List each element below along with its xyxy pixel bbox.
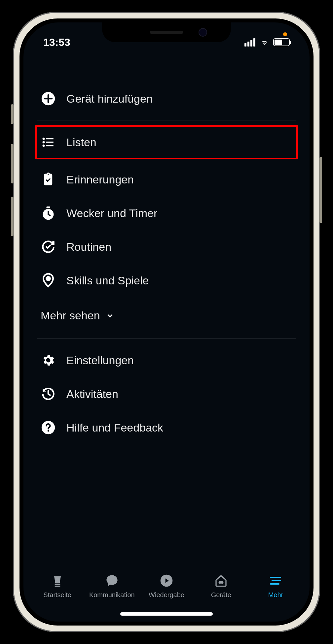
gear-icon xyxy=(41,353,56,368)
status-right xyxy=(244,38,290,47)
menu-item-skills-games[interactable]: Skills und Spiele xyxy=(37,264,296,297)
menu-label: Erinnerungen xyxy=(66,173,134,186)
menu-label: Listen xyxy=(66,136,96,149)
menu-label: Skills und Spiele xyxy=(66,274,149,287)
front-camera xyxy=(199,28,207,37)
house-devices-icon xyxy=(214,573,228,588)
menu-label: Hilfe und Feedback xyxy=(66,421,163,434)
menu-item-alarms-timers[interactable]: Wecker und Timer xyxy=(37,196,296,230)
cellular-signal-icon xyxy=(244,38,255,47)
nav-label: Wiedergabe xyxy=(149,591,184,599)
plus-circle-icon xyxy=(41,91,56,106)
app-screen: 13:53 Gerät hinzufügen xyxy=(23,22,310,622)
nav-devices[interactable]: Geräte xyxy=(194,573,248,599)
svg-rect-12 xyxy=(55,584,60,585)
svg-point-16 xyxy=(221,582,223,583)
menu-label: Aktivitäten xyxy=(66,388,118,401)
nav-home[interactable]: Startseite xyxy=(30,573,85,599)
power-button xyxy=(319,157,322,223)
menu-label: Wecker und Timer xyxy=(66,207,157,220)
volume-down-button xyxy=(11,197,14,236)
more-lines-icon xyxy=(268,573,283,588)
clipboard-check-icon xyxy=(41,172,56,187)
menu-label: Routinen xyxy=(66,241,111,253)
phone-body: 13:53 Gerät hinzufügen xyxy=(19,18,314,626)
divider xyxy=(37,120,296,120)
location-star-icon xyxy=(41,273,56,288)
silence-switch xyxy=(11,104,14,124)
help-circle-icon xyxy=(41,420,56,435)
svg-rect-7 xyxy=(47,207,50,209)
nav-playback[interactable]: Wiedergabe xyxy=(139,573,194,599)
menu-item-help-feedback[interactable]: Hilfe und Feedback xyxy=(37,411,296,444)
home-echo-icon xyxy=(50,573,65,588)
menu-item-reminders[interactable]: Erinnerungen xyxy=(37,163,296,196)
chat-bubble-icon xyxy=(105,573,119,588)
list-icon xyxy=(41,135,56,150)
svg-point-15 xyxy=(219,582,221,583)
svg-rect-13 xyxy=(55,586,60,587)
history-icon xyxy=(41,386,56,402)
see-more-link[interactable]: Mehr sehen xyxy=(37,297,296,334)
menu-item-routines[interactable]: Routinen xyxy=(37,230,296,264)
notch xyxy=(102,22,231,42)
menu-item-add-device[interactable]: Gerät hinzufügen xyxy=(37,82,296,115)
menu-label: Gerät hinzufügen xyxy=(66,92,153,105)
volume-up-button xyxy=(11,144,14,183)
svg-point-9 xyxy=(47,277,50,280)
more-menu-content: Gerät hinzufügen Listen Erinnerungen xyxy=(23,52,310,565)
nav-communication[interactable]: Kommunikation xyxy=(85,573,139,599)
speaker xyxy=(150,31,183,34)
nav-more[interactable]: Mehr xyxy=(248,573,303,599)
divider xyxy=(37,338,296,339)
routine-cycle-icon xyxy=(41,239,56,254)
play-circle-icon xyxy=(159,573,174,588)
svg-point-1 xyxy=(43,138,44,140)
battery-icon xyxy=(273,38,290,46)
menu-label: Einstellungen xyxy=(66,354,134,367)
menu-item-settings[interactable]: Einstellungen xyxy=(37,343,296,377)
menu-item-lists[interactable]: Listen xyxy=(35,125,298,159)
phone-frame: 13:53 Gerät hinzufügen xyxy=(13,12,320,632)
nav-label: Mehr xyxy=(268,591,283,599)
nav-label: Startseite xyxy=(43,591,71,599)
nav-label: Kommunikation xyxy=(89,591,135,599)
home-indicator[interactable] xyxy=(120,612,213,616)
see-more-label: Mehr sehen xyxy=(41,309,100,322)
recording-indicator-icon xyxy=(283,32,287,36)
status-time: 13:53 xyxy=(43,36,70,48)
svg-point-11 xyxy=(48,430,49,432)
svg-point-5 xyxy=(43,145,44,146)
menu-item-activities[interactable]: Aktivitäten xyxy=(37,377,296,411)
nav-label: Geräte xyxy=(211,591,231,599)
chevron-down-icon xyxy=(105,311,115,320)
svg-point-3 xyxy=(43,142,44,143)
wifi-icon xyxy=(259,38,269,46)
alarm-clock-icon xyxy=(41,206,56,221)
